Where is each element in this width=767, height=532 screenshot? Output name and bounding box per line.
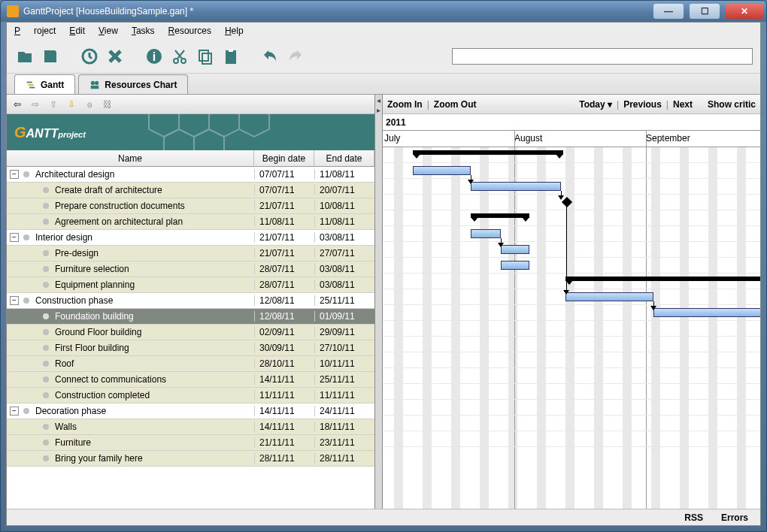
task-bar[interactable] bbox=[471, 229, 501, 238]
clock-icon[interactable] bbox=[79, 46, 100, 67]
task-bar[interactable] bbox=[565, 292, 653, 301]
task-row[interactable]: −Architectural design07/07/1111/08/11 bbox=[7, 167, 374, 183]
expand-icon[interactable]: − bbox=[10, 296, 19, 305]
gantt-row bbox=[383, 368, 760, 384]
col-name[interactable]: Name bbox=[7, 150, 254, 166]
tabbar: Gantt Resources Chart bbox=[7, 74, 760, 95]
cut-icon[interactable] bbox=[169, 46, 190, 67]
task-bar[interactable] bbox=[471, 182, 561, 191]
search-input[interactable] bbox=[452, 48, 753, 65]
menu-help[interactable]: Help bbox=[225, 26, 244, 36]
task-row[interactable]: Equipment planning28/07/1103/08/11 bbox=[7, 277, 374, 293]
status-errors[interactable]: Errors bbox=[721, 512, 748, 523]
task-row[interactable]: Pre-design21/07/1127/07/11 bbox=[7, 246, 374, 261]
task-bar[interactable] bbox=[501, 245, 529, 254]
paste-icon[interactable] bbox=[220, 46, 241, 67]
menu-resources[interactable]: Resources bbox=[168, 26, 211, 36]
splitter[interactable]: ◂ ▸ bbox=[375, 95, 383, 509]
menu-tasks[interactable]: Tasks bbox=[132, 26, 155, 36]
task-row[interactable]: −Interior design21/07/1103/08/11 bbox=[7, 230, 374, 246]
info-icon[interactable]: i bbox=[144, 46, 165, 67]
task-row[interactable]: Furniture selection28/07/1103/08/11 bbox=[7, 261, 374, 277]
summary-bar[interactable] bbox=[413, 150, 563, 155]
redo-icon[interactable] bbox=[285, 46, 306, 67]
tab-resources-label: Resources Chart bbox=[105, 80, 177, 90]
minimize-button[interactable]: — bbox=[653, 4, 684, 19]
expand-icon[interactable]: − bbox=[10, 233, 19, 242]
next-button[interactable]: Next bbox=[673, 99, 693, 110]
col-end[interactable]: End date bbox=[314, 150, 374, 166]
task-row[interactable]: Connect to communications14/11/1125/11/1… bbox=[7, 372, 374, 388]
nav-forward-icon[interactable]: ⇨ bbox=[28, 97, 43, 112]
copy-icon[interactable] bbox=[195, 46, 216, 67]
show-critical-button[interactable]: Show critic bbox=[708, 99, 756, 110]
gantt-chart[interactable] bbox=[383, 147, 760, 509]
tab-gantt[interactable]: Gantt bbox=[14, 74, 75, 94]
expand-icon[interactable]: − bbox=[10, 170, 19, 179]
nav-up-icon[interactable]: ⇧ bbox=[46, 97, 61, 112]
task-begin: 28/07/11 bbox=[254, 280, 314, 290]
tab-gantt-label: Gantt bbox=[41, 80, 64, 90]
menu-edit[interactable]: Edit bbox=[69, 26, 85, 36]
splitter-left-icon[interactable]: ◂ bbox=[377, 96, 380, 104]
task-name: Prepare construction documents bbox=[53, 201, 254, 211]
nav-back-icon[interactable]: ⇦ bbox=[10, 97, 25, 112]
tab-resources-chart[interactable]: Resources Chart bbox=[78, 74, 188, 94]
task-end: 01/09/11 bbox=[314, 311, 374, 322]
task-row[interactable]: Bring your family here28/11/1128/11/11 bbox=[7, 451, 374, 467]
zoom-out-button[interactable]: Zoom Out bbox=[434, 99, 477, 110]
maximize-button[interactable]: ☐ bbox=[690, 4, 720, 19]
task-bar[interactable] bbox=[501, 261, 529, 270]
close-button[interactable]: ✕ bbox=[726, 4, 763, 19]
task-bullet-icon bbox=[43, 219, 49, 225]
month-july: July bbox=[384, 133, 400, 144]
task-begin: 11/08/11 bbox=[254, 216, 314, 227]
expand-icon[interactable]: − bbox=[10, 407, 19, 416]
open-icon[interactable] bbox=[14, 46, 35, 67]
task-row[interactable]: Walls14/11/1118/11/11 bbox=[7, 419, 374, 435]
task-end: 25/11/11 bbox=[314, 295, 374, 306]
today-button[interactable]: Today ▾ bbox=[579, 99, 612, 110]
task-bullet-icon bbox=[43, 282, 49, 288]
svg-point-4 bbox=[181, 59, 186, 63]
task-row[interactable]: Roof28/10/1110/11/11 bbox=[7, 356, 374, 372]
task-bullet-icon bbox=[43, 250, 49, 256]
col-begin[interactable]: Begin date bbox=[254, 150, 314, 166]
task-pane: ⇦ ⇨ ⇧ ⇩ 𐍈 ⛓ GANTTproject Name Begin date… bbox=[7, 95, 375, 509]
titlebar[interactable]: GanttProject [HouseBuildingSample.gan] *… bbox=[1, 1, 766, 22]
task-list[interactable]: −Architectural design07/07/1111/08/11Cre… bbox=[7, 167, 374, 509]
svg-marker-18 bbox=[164, 129, 194, 150]
task-row[interactable]: Foundation building12/08/1101/09/11 bbox=[7, 309, 374, 325]
task-row[interactable]: Ground Floor building02/09/1129/09/11 bbox=[7, 325, 374, 340]
zoom-in-button[interactable]: Zoom In bbox=[387, 99, 423, 110]
splitter-right-icon[interactable]: ▸ bbox=[377, 106, 380, 114]
task-row[interactable]: Furniture21/11/1123/11/11 bbox=[7, 435, 374, 451]
previous-button[interactable]: Previous bbox=[623, 99, 662, 110]
gantt-row bbox=[383, 179, 760, 195]
gantt-row bbox=[383, 242, 760, 258]
task-row[interactable]: Agreement on architectural plan11/08/111… bbox=[7, 214, 374, 230]
nav-down-icon[interactable]: ⇩ bbox=[64, 97, 79, 112]
task-name: Architectural design bbox=[34, 169, 254, 180]
undo-icon[interactable] bbox=[259, 46, 280, 67]
link-icon[interactable]: 𐍈 bbox=[82, 97, 97, 112]
save-icon[interactable] bbox=[40, 46, 61, 67]
task-row[interactable]: −Construction phase12/08/1125/11/11 bbox=[7, 293, 374, 309]
status-rss[interactable]: RSS bbox=[684, 512, 703, 523]
task-name: Construction completed bbox=[53, 390, 254, 401]
task-row[interactable]: Prepare construction documents21/07/1110… bbox=[7, 198, 374, 214]
menu-view[interactable]: View bbox=[99, 26, 118, 36]
summary-bar[interactable] bbox=[565, 277, 760, 281]
delete-icon[interactable] bbox=[105, 46, 126, 67]
gantt-toolbar: Zoom In | Zoom Out Today ▾ | Previous | … bbox=[383, 95, 760, 114]
unlink-icon[interactable]: ⛓ bbox=[100, 97, 115, 112]
summary-bar[interactable] bbox=[471, 213, 529, 218]
task-row[interactable]: −Decoration phase14/11/1124/11/11 bbox=[7, 404, 374, 419]
task-bar[interactable] bbox=[413, 166, 471, 175]
task-name: Furniture selection bbox=[53, 264, 254, 274]
task-row[interactable]: Construction completed11/11/1111/11/11 bbox=[7, 388, 374, 404]
task-row[interactable]: Create draft of architecture07/07/1120/0… bbox=[7, 183, 374, 198]
menu-project[interactable]: Project bbox=[14, 26, 56, 36]
task-bar[interactable] bbox=[653, 308, 760, 317]
task-row[interactable]: First Floor building30/09/1127/10/11 bbox=[7, 340, 374, 356]
